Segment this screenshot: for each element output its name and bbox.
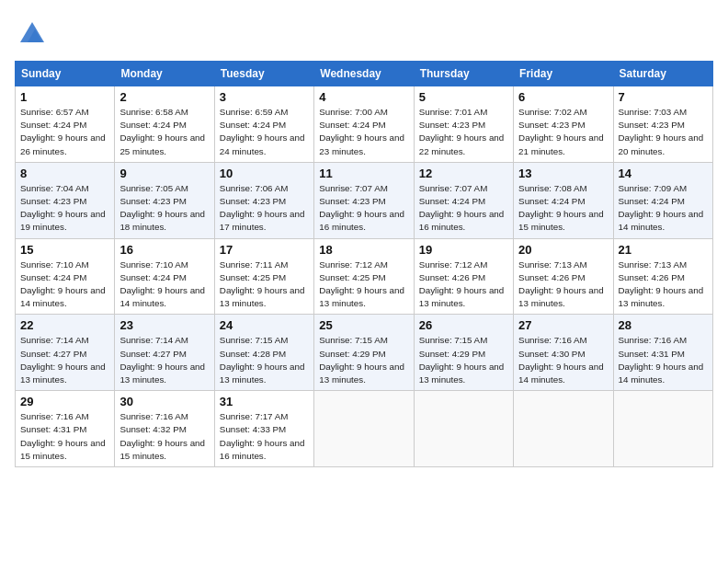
calendar-cell: 10Sunrise: 7:06 AMSunset: 4:23 PMDayligh… [214,162,313,238]
day-number: 2 [119,90,209,104]
calendar-cell: 22Sunrise: 7:14 AMSunset: 4:27 PMDayligh… [16,315,115,391]
calendar-cell: 9Sunrise: 7:05 AMSunset: 4:23 PMDaylight… [115,162,214,238]
calendar-cell [514,391,613,467]
day-number: 5 [419,90,508,104]
day-number: 13 [518,167,608,180]
calendar-cell: 30Sunrise: 7:16 AMSunset: 4:32 PMDayligh… [115,391,214,467]
calendar-cell: 3Sunrise: 6:59 AMSunset: 4:24 PMDaylight… [214,86,313,163]
calendar-cell: 18Sunrise: 7:12 AMSunset: 4:25 PMDayligh… [314,238,414,315]
weekday-header-friday: Friday [514,62,613,86]
day-info: Sunrise: 7:07 AMSunset: 4:24 PMDaylight:… [419,182,508,235]
day-number: 31 [220,395,309,408]
calendar-cell [314,391,414,467]
logo [15,15,50,50]
day-info: Sunrise: 7:14 AMSunset: 4:27 PMDaylight:… [119,334,209,386]
calendar-cell: 13Sunrise: 7:08 AMSunset: 4:24 PMDayligh… [514,162,613,238]
day-info: Sunrise: 7:15 AMSunset: 4:29 PMDaylight:… [319,334,408,386]
day-number: 7 [619,90,708,104]
day-info: Sunrise: 7:17 AMSunset: 4:33 PMDaylight:… [220,410,309,463]
day-info: Sunrise: 7:10 AMSunset: 4:24 PMDaylight:… [20,259,109,311]
calendar-cell: 31Sunrise: 7:17 AMSunset: 4:33 PMDayligh… [214,391,313,467]
day-info: Sunrise: 7:07 AMSunset: 4:23 PMDaylight:… [319,182,408,235]
calendar-week-4: 22Sunrise: 7:14 AMSunset: 4:27 PMDayligh… [16,315,713,391]
day-number: 12 [419,167,508,180]
calendar-cell [414,391,513,467]
day-info: Sunrise: 7:15 AMSunset: 4:28 PMDaylight:… [220,334,309,386]
day-info: Sunrise: 6:57 AMSunset: 4:24 PMDaylight:… [20,106,109,158]
day-info: Sunrise: 7:08 AMSunset: 4:24 PMDaylight:… [518,182,608,235]
day-number: 10 [220,167,309,180]
day-number: 21 [619,243,708,257]
day-number: 28 [619,318,708,332]
calendar-cell: 28Sunrise: 7:16 AMSunset: 4:31 PMDayligh… [613,315,712,391]
calendar-cell: 23Sunrise: 7:14 AMSunset: 4:27 PMDayligh… [115,315,214,391]
day-info: Sunrise: 7:09 AMSunset: 4:24 PMDaylight:… [619,182,708,235]
day-number: 1 [20,90,109,104]
day-number: 29 [20,395,109,408]
day-number: 23 [119,318,209,332]
calendar-cell: 20Sunrise: 7:13 AMSunset: 4:26 PMDayligh… [514,238,613,315]
day-info: Sunrise: 6:59 AMSunset: 4:24 PMDaylight:… [220,106,309,158]
day-info: Sunrise: 7:12 AMSunset: 4:25 PMDaylight:… [319,259,408,311]
day-info: Sunrise: 7:05 AMSunset: 4:23 PMDaylight:… [119,182,209,235]
calendar-cell: 7Sunrise: 7:03 AMSunset: 4:23 PMDaylight… [613,86,712,163]
day-number: 4 [319,90,408,104]
calendar-cell: 27Sunrise: 7:16 AMSunset: 4:30 PMDayligh… [514,315,613,391]
calendar-cell: 29Sunrise: 7:16 AMSunset: 4:31 PMDayligh… [16,391,115,467]
weekday-header-saturday: Saturday [613,62,712,86]
calendar-cell: 6Sunrise: 7:02 AMSunset: 4:23 PMDaylight… [514,86,613,163]
calendar-week-3: 15Sunrise: 7:10 AMSunset: 4:24 PMDayligh… [16,238,713,315]
page-header [15,15,713,50]
day-number: 18 [319,243,408,257]
calendar-cell: 25Sunrise: 7:15 AMSunset: 4:29 PMDayligh… [314,315,414,391]
calendar-cell: 1Sunrise: 6:57 AMSunset: 4:24 PMDaylight… [16,86,115,163]
calendar-cell: 15Sunrise: 7:10 AMSunset: 4:24 PMDayligh… [16,238,115,315]
calendar-cell: 21Sunrise: 7:13 AMSunset: 4:26 PMDayligh… [613,238,712,315]
calendar-cell: 8Sunrise: 7:04 AMSunset: 4:23 PMDaylight… [16,162,115,238]
weekday-header-monday: Monday [115,62,214,86]
calendar-cell: 2Sunrise: 6:58 AMSunset: 4:24 PMDaylight… [115,86,214,163]
day-number: 11 [319,167,408,180]
weekday-header-row: SundayMondayTuesdayWednesdayThursdayFrid… [16,62,713,86]
day-number: 26 [419,318,508,332]
calendar-cell: 26Sunrise: 7:15 AMSunset: 4:29 PMDayligh… [414,315,513,391]
calendar-cell: 17Sunrise: 7:11 AMSunset: 4:25 PMDayligh… [214,238,313,315]
day-info: Sunrise: 7:01 AMSunset: 4:23 PMDaylight:… [419,106,508,158]
day-number: 27 [518,318,608,332]
day-info: Sunrise: 7:04 AMSunset: 4:23 PMDaylight:… [20,182,109,235]
day-number: 19 [419,243,508,257]
calendar-week-2: 8Sunrise: 7:04 AMSunset: 4:23 PMDaylight… [16,162,713,238]
calendar-cell: 14Sunrise: 7:09 AMSunset: 4:24 PMDayligh… [613,162,712,238]
day-number: 17 [220,243,309,257]
day-number: 14 [619,167,708,180]
calendar-cell: 4Sunrise: 7:00 AMSunset: 4:24 PMDaylight… [314,86,414,163]
calendar-week-5: 29Sunrise: 7:16 AMSunset: 4:31 PMDayligh… [16,391,713,467]
calendar-cell: 5Sunrise: 7:01 AMSunset: 4:23 PMDaylight… [414,86,513,163]
logo-icon [15,15,50,50]
day-info: Sunrise: 7:16 AMSunset: 4:30 PMDaylight:… [518,334,608,386]
day-number: 8 [20,167,109,180]
day-number: 25 [319,318,408,332]
day-info: Sunrise: 7:16 AMSunset: 4:31 PMDaylight:… [20,410,109,463]
day-number: 30 [119,395,209,408]
calendar-cell: 11Sunrise: 7:07 AMSunset: 4:23 PMDayligh… [314,162,414,238]
day-info: Sunrise: 7:16 AMSunset: 4:32 PMDaylight:… [119,410,209,463]
day-number: 16 [119,243,209,257]
calendar-cell: 19Sunrise: 7:12 AMSunset: 4:26 PMDayligh… [414,238,513,315]
day-info: Sunrise: 7:10 AMSunset: 4:24 PMDaylight:… [119,259,209,311]
calendar-cell: 12Sunrise: 7:07 AMSunset: 4:24 PMDayligh… [414,162,513,238]
calendar-cell: 16Sunrise: 7:10 AMSunset: 4:24 PMDayligh… [115,238,214,315]
day-info: Sunrise: 7:06 AMSunset: 4:23 PMDaylight:… [220,182,309,235]
calendar-cell [613,391,712,467]
day-info: Sunrise: 7:12 AMSunset: 4:26 PMDaylight:… [419,259,508,311]
calendar-cell: 24Sunrise: 7:15 AMSunset: 4:28 PMDayligh… [214,315,313,391]
day-number: 24 [220,318,309,332]
day-info: Sunrise: 7:14 AMSunset: 4:27 PMDaylight:… [20,334,109,386]
calendar-table: SundayMondayTuesdayWednesdayThursdayFrid… [15,61,713,467]
weekday-header-thursday: Thursday [414,62,513,86]
day-number: 20 [518,243,608,257]
calendar-week-1: 1Sunrise: 6:57 AMSunset: 4:24 PMDaylight… [16,86,713,163]
day-number: 9 [119,167,209,180]
day-info: Sunrise: 7:16 AMSunset: 4:31 PMDaylight:… [619,334,708,386]
day-info: Sunrise: 6:58 AMSunset: 4:24 PMDaylight:… [119,106,209,158]
